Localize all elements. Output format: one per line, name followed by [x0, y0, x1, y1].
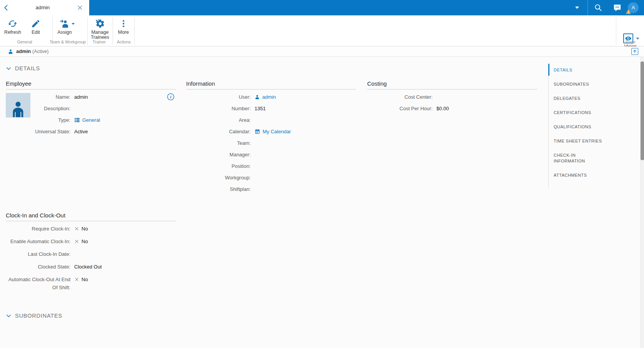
field-cost-center: Cost Center:: [367, 93, 537, 101]
field-value: Clocked Out: [74, 263, 102, 271]
ribbon-toolbar: Refresh Edit Assign Manage Trainees More…: [0, 15, 644, 46]
collapse-panel-icon[interactable]: [631, 48, 638, 55]
section-nav: DETAILS SUBORDINATES DELEGATES CERTIFICA…: [548, 63, 635, 188]
field-description: Description:: [6, 104, 176, 113]
manage-trainees-icon: [95, 19, 105, 28]
person-icon: [9, 101, 27, 118]
field-team: Team:: [186, 139, 356, 147]
search-icon[interactable]: [594, 3, 602, 12]
user-link[interactable]: admin: [262, 93, 276, 101]
breadcrumb-state: (Active): [32, 49, 48, 54]
field-value: $0.00: [436, 104, 449, 113]
nav-item-time-sheet-entries[interactable]: TIME SHEET ENTRIES: [554, 138, 635, 144]
nav-item-certifications[interactable]: CERTIFICATIONS: [554, 110, 635, 116]
group-label-trainer: Trainer: [93, 40, 106, 44]
edit-label: Edit: [32, 30, 40, 35]
refresh-label: Refresh: [4, 30, 21, 35]
field-label: Position:: [186, 162, 255, 170]
top-bar: admin A: [0, 0, 644, 15]
edit-icon: [31, 19, 41, 28]
details-section-title: DETAILS: [15, 65, 40, 71]
information-section: Information User: admin Number: 1351 Are…: [186, 80, 356, 197]
topbar-chevron-down-icon[interactable]: [574, 5, 580, 10]
employee-avatar[interactable]: [6, 93, 30, 118]
field-value: No: [82, 225, 88, 233]
person-icon: [8, 49, 13, 55]
type-link[interactable]: General: [82, 116, 100, 124]
field-label: Enable Automatic Clock-In:: [6, 237, 74, 245]
ribbon-divider: [134, 17, 135, 45]
breadcrumb: admin (Active): [0, 46, 644, 57]
field-label: Team:: [186, 139, 255, 147]
nav-item-delegates[interactable]: DELEGATES: [554, 96, 635, 101]
field-label: Automatic Clock-Out At End Of Shift:: [6, 275, 74, 292]
information-section-title: Information: [186, 80, 356, 89]
chat-icon[interactable]: [613, 3, 622, 12]
field-cost-per-hour: Cost Per Hour: $0.00: [367, 104, 537, 113]
employee-section-title: Employee: [6, 80, 176, 89]
x-mark-icon: [74, 239, 79, 244]
tab-title[interactable]: admin: [15, 0, 70, 15]
group-label-page: Page: [626, 40, 636, 44]
field-user: User: admin: [186, 93, 356, 101]
edit-button[interactable]: Edit: [31, 19, 41, 35]
field-label: Clocked State:: [6, 263, 74, 271]
field-last-clock-in-date: Last Clock-In Date:: [6, 250, 176, 258]
more-button[interactable]: More: [118, 19, 129, 35]
subordinates-section-header[interactable]: SUBORDINATES: [6, 313, 62, 319]
ribbon-divider: [616, 17, 616, 45]
calendar-link[interactable]: My Calendar: [263, 128, 291, 136]
calendar-icon: [255, 129, 260, 134]
views-dropdown-caret-icon[interactable]: [636, 37, 640, 40]
field-type: Type: General: [6, 116, 176, 124]
field-label: Cost Per Hour:: [367, 104, 436, 113]
back-icon[interactable]: [2, 4, 10, 12]
field-workgroup: Workgroup:: [186, 174, 356, 182]
costing-section: Costing Cost Center: Cost Per Hour: $0.0…: [367, 80, 537, 116]
nav-item-details[interactable]: DETAILS: [554, 67, 635, 73]
refresh-button[interactable]: Refresh: [4, 19, 21, 35]
details-section-header[interactable]: DETAILS: [6, 65, 40, 71]
field-label: Universal State:: [6, 128, 74, 136]
field-label: Area:: [186, 116, 255, 124]
nav-item-qualifications[interactable]: QUALIFICATIONS: [554, 124, 635, 130]
manage-trainees-button[interactable]: Manage Trainees: [89, 19, 111, 40]
ribbon-divider: [87, 17, 88, 45]
group-label-general: General: [17, 40, 32, 44]
scrollbar-thumb[interactable]: [641, 61, 644, 160]
field-enable-automatic-clock-in: Enable Automatic Clock-In: No: [6, 237, 176, 245]
more-label: More: [118, 30, 129, 35]
field-value: 1351: [255, 104, 266, 113]
field-position: Position:: [186, 162, 356, 170]
field-label: Manager:: [186, 151, 255, 159]
chevron-down-icon: [6, 313, 12, 319]
field-label: Number:: [186, 104, 255, 113]
field-universal-state: Universal State: Active: [6, 128, 176, 136]
field-calendar: Calendar: My Calendar: [186, 128, 356, 136]
nav-item-attachments[interactable]: ATTACHMENTS: [554, 172, 635, 178]
costing-section-title: Costing: [367, 80, 537, 89]
field-value: Active: [74, 128, 88, 136]
tab-close-icon[interactable]: [77, 5, 83, 11]
field-clocked-state: Clocked State: Clocked Out: [6, 263, 176, 271]
field-label: Shiftplan:: [186, 185, 255, 193]
field-shiftplan: Shiftplan:: [186, 185, 356, 193]
assign-icon: [60, 19, 70, 28]
info-icon[interactable]: i: [167, 93, 175, 101]
field-label: Last Clock-In Date:: [6, 250, 74, 258]
assign-dropdown-caret-icon[interactable]: [72, 22, 75, 25]
field-label: Workgroup:: [186, 174, 255, 182]
field-manager: Manager:: [186, 151, 356, 159]
field-number: Number: 1351: [186, 104, 356, 113]
clock-section-title: Clock-In and Clock-Out: [6, 212, 176, 221]
tab-area: admin: [0, 0, 89, 15]
field-name: Name: admin: [6, 93, 176, 101]
nav-item-check-in-information[interactable]: CHECK-IN INFORMATION: [554, 152, 590, 164]
assign-button[interactable]: Assign: [57, 19, 72, 35]
field-label: Calendar:: [186, 128, 255, 136]
nav-item-subordinates[interactable]: SUBORDINATES: [554, 81, 635, 87]
field-value: No: [82, 275, 88, 283]
breadcrumb-name: admin: [16, 48, 31, 54]
scrollbar-track[interactable]: [640, 57, 644, 348]
chevron-down-icon: [6, 66, 12, 71]
